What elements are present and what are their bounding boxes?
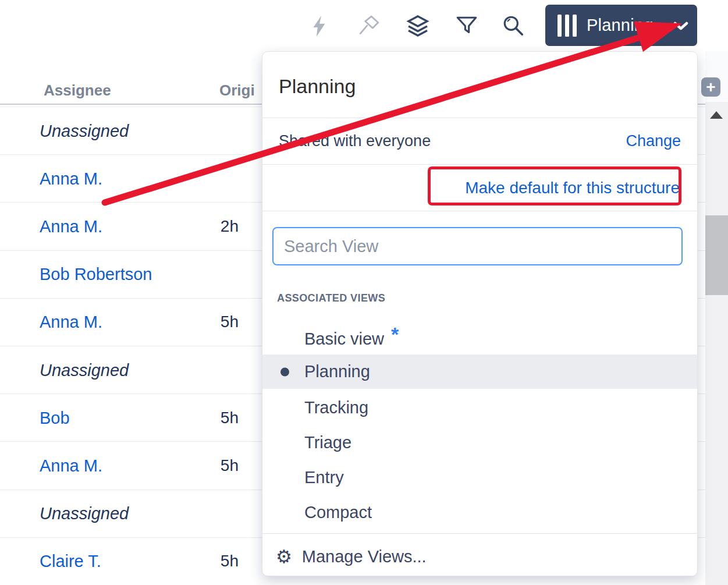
assignee-cell: Unassigned (40, 504, 129, 523)
view-item-label: Tracking (304, 398, 368, 417)
vertical-scrollbar-track[interactable] (705, 102, 728, 585)
make-default-row: Make default for this structure (262, 165, 697, 211)
view-item-label: Planning (304, 362, 370, 381)
view-button-label: Planning (587, 16, 653, 35)
view-item-label: Basic view (304, 329, 384, 348)
view-item-planning[interactable]: Planning (262, 354, 697, 389)
selected-bullet-icon (280, 367, 289, 376)
estimate-cell: 5h (163, 552, 239, 570)
view-item-label: Compact (304, 503, 372, 522)
chevron-down-icon (673, 22, 688, 33)
manage-views-label: Manage Views... (302, 547, 427, 566)
sharing-row: Shared with everyone Change (262, 118, 697, 165)
manage-views-button[interactable]: ⚙ Manage Views... (262, 533, 697, 576)
view-item-compact[interactable]: Compact (262, 495, 697, 529)
column-header-assignee[interactable]: Assignee (44, 81, 111, 100)
layers-icon[interactable] (406, 14, 429, 38)
make-default-link[interactable]: Make default for this structure (465, 179, 680, 197)
search-view-input[interactable] (274, 228, 681, 264)
gear-icon: ⚙ (276, 546, 292, 567)
assignee-cell: Unassigned (40, 360, 129, 380)
add-column-button[interactable]: + (701, 77, 720, 97)
pin-icon[interactable] (357, 14, 381, 38)
vertical-scrollbar-thumb[interactable] (705, 215, 728, 295)
search-icon[interactable] (502, 14, 525, 38)
scroll-up-arrow-icon[interactable] (710, 111, 723, 119)
columns-icon (557, 15, 577, 37)
assignee-link[interactable]: Claire T. (40, 552, 101, 571)
assignee-link[interactable]: Anna M. (40, 169, 102, 188)
column-header-original-estimate[interactable]: Origi (219, 81, 255, 100)
assignee-cell: Unassigned (40, 121, 129, 140)
estimate-cell: 5h (163, 313, 239, 331)
assignee-link[interactable]: Bob (40, 408, 70, 427)
view-item-label: Entry (304, 468, 344, 487)
zap-icon[interactable] (308, 14, 331, 38)
associated-views-label: ASSOCIATED VIEWS (277, 292, 385, 304)
view-selector-button[interactable]: Planning (545, 5, 697, 46)
plus-icon: + (706, 79, 715, 95)
search-view-field (272, 227, 683, 265)
estimate-cell: 5h (163, 456, 239, 475)
change-sharing-link[interactable]: Change (626, 132, 681, 150)
assignee-link[interactable]: Anna M. (40, 217, 102, 236)
view-item-label: Triage (304, 433, 351, 452)
view-switcher-popup: Planning Shared with everyone Change Mak… (262, 51, 698, 576)
view-item-basic-view[interactable]: Basic view* (262, 321, 697, 354)
view-item-triage[interactable]: Triage (262, 426, 697, 459)
popup-title: Planning (262, 52, 697, 118)
sharing-status: Shared with everyone (279, 132, 431, 150)
assignee-link[interactable]: Bob Robertson (40, 265, 152, 284)
estimate-cell: 5h (163, 409, 239, 427)
estimate-cell: 2h (163, 217, 239, 236)
assignee-link[interactable]: Anna M. (40, 313, 102, 332)
view-item-tracking[interactable]: Tracking (262, 391, 697, 424)
view-item-entry[interactable]: Entry (262, 460, 697, 494)
assignee-link[interactable]: Anna M. (40, 456, 102, 475)
default-view-asterisk-icon: * (391, 323, 399, 345)
filter-icon[interactable] (455, 14, 478, 38)
